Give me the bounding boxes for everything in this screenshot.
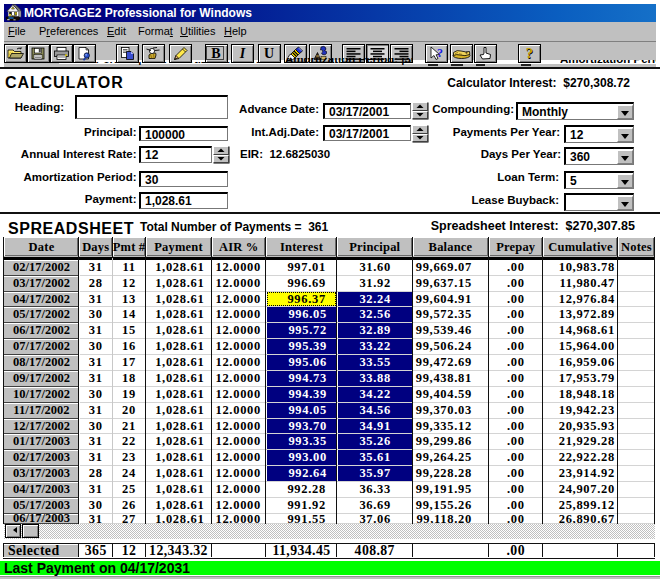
svg-text:?: ? [437, 46, 443, 60]
